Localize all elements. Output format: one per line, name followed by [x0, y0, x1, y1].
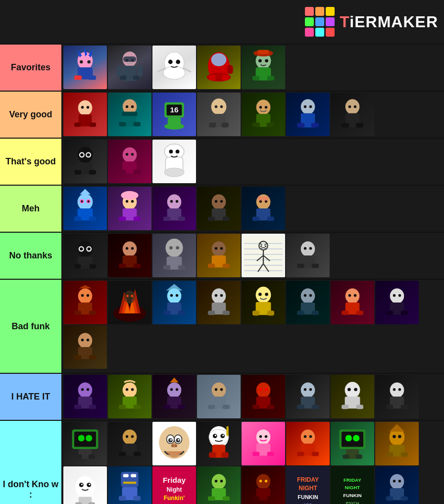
svg-rect-154: [163, 265, 170, 270]
tier-content-very-good: 16: [62, 92, 444, 138]
svg-point-134: [258, 196, 263, 202]
svg-rect-77: [342, 123, 349, 128]
svg-point-242: [78, 382, 93, 398]
svg-rect-329: [267, 452, 274, 456]
list-item: [63, 234, 107, 277]
logo-cell: [315, 7, 324, 16]
tier-content-thats-good: [62, 139, 444, 185]
svg-point-92: [131, 153, 134, 156]
svg-rect-357: [89, 503, 95, 504]
svg-rect-93: [119, 170, 126, 174]
list-item: [242, 281, 285, 324]
svg-point-158: [215, 247, 218, 250]
svg-point-279: [345, 382, 360, 398]
svg-point-62: [220, 105, 223, 108]
list-item: [331, 281, 374, 324]
svg-rect-229: [356, 311, 363, 315]
list-item: 16: [152, 93, 196, 136]
svg-rect-358: [121, 472, 138, 487]
svg-point-345: [398, 435, 401, 438]
svg-point-152: [176, 246, 179, 250]
svg-rect-210: [208, 311, 215, 315]
svg-rect-278: [312, 405, 319, 409]
svg-point-294: [86, 435, 92, 441]
tier-label-i-dont-know: I don't Kno w :: [0, 421, 62, 504]
svg-marker-260: [170, 378, 179, 383]
list-item: [197, 187, 241, 230]
svg-rect-148: [119, 264, 126, 268]
svg-point-251: [131, 388, 134, 391]
svg-point-332: [304, 435, 307, 438]
svg-point-124: [215, 200, 218, 203]
svg-point-63: [256, 100, 271, 115]
svg-rect-189: [74, 311, 81, 315]
svg-point-338: [345, 435, 352, 441]
list-item: [152, 422, 196, 465]
tier-label-hate-it: I HATE IT: [0, 374, 62, 420]
svg-point-276: [309, 388, 312, 391]
svg-rect-114: [134, 217, 141, 221]
svg-rect-203: [163, 311, 170, 315]
svg-point-313: [175, 445, 178, 448]
svg-point-264: [220, 388, 223, 391]
svg-point-339: [353, 435, 359, 441]
svg-rect-356: [75, 503, 82, 504]
svg-rect-132: [252, 217, 259, 221]
list-item: [242, 422, 285, 465]
svg-rect-240: [74, 355, 81, 360]
svg-point-118: [170, 200, 173, 203]
list-item: [197, 281, 241, 324]
svg-rect-283: [342, 405, 348, 409]
svg-rect-65: [252, 123, 260, 127]
svg-rect-277: [297, 405, 304, 409]
list-item: [63, 187, 107, 230]
svg-point-285: [390, 382, 404, 398]
list-item: [375, 375, 419, 418]
svg-point-333: [309, 435, 312, 438]
svg-point-238: [81, 339, 84, 342]
svg-rect-258: [163, 405, 170, 409]
logo-cell: [326, 17, 335, 26]
svg-point-139: [80, 248, 83, 251]
svg-text:Night: Night: [167, 486, 182, 493]
svg-rect-217: [267, 311, 274, 316]
svg-point-232: [393, 294, 396, 297]
svg-point-99: [176, 150, 180, 153]
svg-rect-60: [222, 123, 229, 128]
svg-point-48: [126, 105, 129, 108]
logo-cell: [326, 7, 335, 16]
svg-rect-184: [312, 264, 319, 268]
header: TTiERMAKERiERMAKER: [0, 0, 444, 45]
svg-point-69: [301, 99, 315, 114]
svg-point-350: [75, 476, 95, 498]
tier-label-favorites: Favorites: [0, 45, 62, 91]
svg-point-67: [259, 106, 262, 109]
list-item: [242, 466, 285, 504]
svg-point-310: [178, 439, 179, 441]
svg-point-199: [167, 288, 182, 303]
svg-point-61: [215, 105, 218, 108]
svg-point-330: [301, 429, 315, 445]
svg-rect-334: [297, 452, 304, 456]
svg-rect-347: [386, 453, 393, 457]
svg-point-298: [123, 429, 137, 445]
list-item: [286, 234, 330, 277]
svg-rect-253: [134, 405, 141, 409]
svg-point-91: [126, 153, 129, 156]
svg-rect-222: [297, 311, 304, 315]
svg-rect-126: [208, 217, 215, 221]
list-item: [108, 93, 151, 136]
svg-point-125: [220, 200, 223, 203]
svg-point-147: [131, 247, 134, 250]
svg-point-151: [169, 246, 173, 250]
svg-rect-397: [401, 497, 408, 501]
svg-rect-38: [258, 50, 269, 54]
svg-point-376: [256, 474, 271, 489]
svg-point-20: [163, 66, 185, 79]
list-item: [331, 375, 374, 418]
svg-rect-127: [223, 217, 230, 221]
svg-point-177: [260, 246, 262, 247]
list-item: [242, 375, 285, 418]
list-item: [197, 93, 241, 136]
tier-row-hate-it: I HATE IT: [0, 374, 444, 421]
